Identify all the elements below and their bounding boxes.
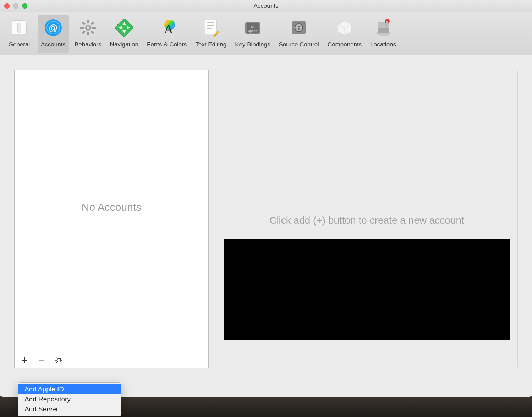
accounts-list-footer (15, 352, 208, 368)
remove-account-button[interactable] (38, 357, 45, 364)
navigation-icon (115, 18, 133, 37)
window-title: Accounts (0, 2, 532, 10)
preferences-toolbar: General @ Accounts (0, 12, 532, 55)
toolbar-item-source-control[interactable]: Source Control (276, 15, 322, 53)
source-control-icon (290, 18, 308, 37)
plus-icon (21, 357, 28, 364)
svg-line-13 (82, 31, 85, 33)
svg-line-11 (91, 31, 94, 33)
svg-text:option: option (248, 29, 257, 33)
content-area: No Accounts (0, 55, 532, 383)
toolbar-label: Source Control (279, 41, 319, 48)
account-detail-panel: Click add (+) button to create a new acc… (216, 70, 518, 368)
toolbar-item-components[interactable]: Components (325, 15, 364, 53)
svg-line-52 (60, 358, 61, 359)
toolbar-label: Fonts & Colors (147, 41, 187, 48)
components-icon (335, 18, 354, 37)
svg-line-51 (60, 362, 61, 363)
locations-icon (374, 18, 393, 37)
menu-item-add-apple-id[interactable]: Add Apple ID… (18, 384, 121, 394)
general-icon (10, 18, 28, 37)
menu-item-label: Add Apple ID… (24, 385, 71, 393)
minus-icon (38, 357, 45, 364)
close-window-button[interactable] (4, 3, 10, 9)
zoom-window-button[interactable] (22, 3, 27, 9)
svg-line-50 (56, 358, 57, 359)
toolbar-item-fonts-colors[interactable]: A Fonts & Colors (144, 15, 190, 53)
toolbar-item-text-editing[interactable]: Text Editing (192, 15, 229, 53)
accounts-list-body: No Accounts (15, 70, 208, 352)
key-bindings-icon: alt option (243, 18, 262, 37)
accounts-icon: @ (44, 18, 62, 37)
toolbar-item-accounts[interactable]: @ Accounts (38, 15, 69, 53)
preferences-window: Accounts General @ Accounts (0, 0, 532, 397)
svg-text:A: A (164, 22, 173, 36)
behaviors-icon (79, 18, 97, 37)
toolbar-label: Behaviors (75, 41, 102, 48)
svg-line-10 (82, 22, 85, 24)
toolbar-label: General (9, 41, 30, 48)
menu-item-add-server[interactable]: Add Server… (18, 404, 121, 414)
svg-rect-33 (298, 26, 300, 27)
toolbar-item-general[interactable]: General (4, 15, 35, 53)
toolbar-label: Key Bindings (235, 41, 270, 48)
svg-text:@: @ (49, 22, 57, 33)
minimize-window-button[interactable] (13, 3, 18, 9)
titlebar: Accounts (0, 0, 532, 12)
account-actions-button[interactable] (55, 356, 63, 364)
toolbar-item-behaviors[interactable]: Behaviors (72, 15, 104, 53)
text-editing-icon (202, 18, 220, 37)
menu-item-add-repository[interactable]: Add Repository… (18, 394, 121, 404)
toolbar-label: Accounts (41, 41, 66, 48)
svg-rect-15 (115, 19, 133, 37)
svg-rect-1 (17, 23, 21, 32)
toolbar-item-key-bindings[interactable]: alt option Key Bindings (232, 15, 273, 53)
gear-icon (55, 356, 63, 364)
toolbar-label: Navigation (110, 41, 138, 48)
svg-rect-38 (378, 28, 389, 33)
svg-rect-41 (386, 21, 388, 28)
toolbar-item-navigation[interactable]: Navigation (107, 15, 141, 53)
svg-point-14 (87, 26, 89, 29)
window-controls (0, 3, 27, 9)
svg-line-53 (56, 362, 57, 363)
menu-item-label: Add Server… (24, 405, 65, 413)
menu-item-label: Add Repository… (24, 395, 77, 403)
add-account-menu: Add Apple ID… Add Repository… Add Server… (18, 382, 121, 416)
toolbar-label: Components (328, 41, 362, 48)
add-account-button[interactable] (21, 357, 28, 364)
redacted-region (224, 239, 510, 340)
detail-hint-label: Click add (+) button to create a new acc… (269, 215, 464, 226)
fonts-colors-icon: A (158, 18, 176, 37)
accounts-list-panel: No Accounts (14, 70, 209, 368)
no-accounts-label: No Accounts (82, 201, 141, 213)
svg-point-45 (57, 358, 61, 362)
toolbar-label: Locations (370, 41, 396, 48)
svg-text:alt: alt (251, 25, 254, 29)
toolbar-item-locations[interactable]: Locations (367, 15, 399, 53)
svg-rect-22 (204, 19, 216, 35)
svg-line-12 (91, 22, 94, 24)
toolbar-label: Text Editing (195, 41, 226, 48)
